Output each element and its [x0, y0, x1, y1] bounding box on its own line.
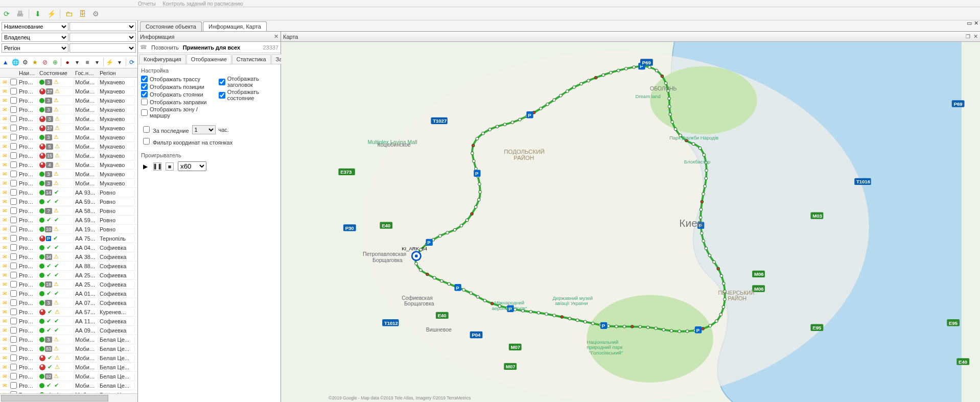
table-row[interactable]: ✉ProdM...P✔АА 75...Тернопіль — [0, 234, 137, 243]
row-checkbox[interactable] — [10, 336, 17, 343]
table-row[interactable]: ✉ProdM...3⚠Мобил...Белая Це... — [0, 335, 137, 344]
row-checkbox[interactable] — [10, 125, 17, 131]
minimize-icon[interactable]: ▭ — [967, 20, 972, 27]
name-label-combo[interactable]: Наименование — [2, 22, 68, 31]
close-icon[interactable]: ✕ — [973, 33, 978, 39]
table-row[interactable]: ✉ProdM...83⚠Мобил...Белая Це... — [0, 344, 137, 353]
table-row[interactable]: ✉ProdM...34⚠АА 38...Софиевка — [0, 252, 137, 262]
row-checkbox[interactable] — [10, 79, 17, 85]
db-icon[interactable]: 🗄 — [78, 9, 87, 18]
table-row[interactable]: ✉ProdM...✔✔Мобил...Белая Це... — [0, 381, 137, 390]
row-checkbox[interactable] — [10, 115, 17, 122]
close-icon[interactable]: ✕ — [274, 33, 278, 40]
row-checkbox[interactable] — [10, 253, 17, 260]
table-row[interactable]: ✉ProdM...3⚠Мобил...Мукачево — [0, 170, 137, 179]
table-row[interactable]: ✉ProdM...✔✔АА 59...Ровно — [0, 197, 137, 206]
tab-state[interactable]: Состояние объекта — [140, 21, 202, 31]
table-row[interactable]: ✉ProdM...37⚠Мобил...Мукачево — [0, 87, 137, 96]
row-checkbox[interactable] — [10, 152, 17, 159]
print-icon[interactable]: 🖶 — [15, 9, 25, 18]
display-option[interactable]: Отображать зону / маршру — [141, 106, 208, 119]
row-checkbox[interactable] — [10, 345, 17, 352]
table-row[interactable]: ✉ProdM...✔✔АА 88...Софиевка — [0, 262, 137, 271]
tab-config[interactable]: Конфигурация — [139, 54, 186, 64]
table-row[interactable]: ✉ProdM...✔✔АА 04...Софиевка — [0, 243, 137, 252]
table-row[interactable]: ✉ProdM...92⚠Мобил...Белая Це... — [0, 372, 137, 381]
table-row[interactable]: ✉ProdM...3⚠Мобил...Мукачево — [0, 96, 137, 105]
row-checkbox[interactable] — [10, 263, 17, 269]
phone-icon[interactable]: ☎ — [140, 44, 147, 51]
row-checkbox[interactable] — [10, 198, 17, 205]
table-row[interactable]: ✉ProdM...✔✔АА 59...Ровно — [0, 216, 137, 225]
owner-value-combo[interactable] — [69, 33, 136, 42]
menu-item[interactable]: Контроль заданий по расписанию — [163, 1, 243, 7]
refresh-icon[interactable]: ⟳ — [2, 9, 11, 18]
table-row[interactable]: ✉ProdM...15⚠Мобил...Мукачево — [0, 151, 137, 160]
col-gos[interactable]: Гос.но... — [74, 70, 98, 76]
table-row[interactable]: ✉ProdM...?⚠АА 58...Ровно — [0, 206, 137, 216]
display-option[interactable]: Отображать позиции — [141, 83, 208, 90]
menu-item[interactable]: Отчеты — [138, 1, 156, 7]
row-checkbox[interactable] — [10, 382, 17, 389]
row-checkbox[interactable] — [10, 226, 17, 232]
row-checkbox[interactable] — [10, 290, 17, 297]
stop-icon[interactable]: ■ — [166, 162, 174, 171]
row-checkbox[interactable] — [10, 97, 17, 104]
display-option[interactable]: Отображать заголовок — [219, 76, 277, 88]
table-row[interactable]: ✉ProdM...3⚠Мобил...Мукачево — [0, 133, 137, 142]
display-option[interactable]: Отображать трассу — [141, 76, 208, 82]
col-name[interactable]: Наимен... — [17, 70, 38, 76]
row-checkbox[interactable] — [10, 171, 17, 177]
table-row[interactable]: ✉ProdM...✔✔АА 01...Софиевка — [0, 289, 137, 298]
display-option[interactable]: Отображать стоянки — [141, 91, 208, 98]
apply-all-link[interactable]: Применить для всех — [183, 44, 240, 51]
tab-info-map[interactable]: Информация, Карта — [203, 21, 267, 31]
table-row[interactable]: ✉ProdM...3⚠Мобил...Мукачево — [0, 179, 137, 188]
globe-icon[interactable]: 🌐 — [11, 58, 19, 66]
row-checkbox[interactable] — [10, 217, 17, 223]
map-canvas[interactable]: PPPPPPPPP KI_ARK_04 P69T1027E373P30E40E4… — [281, 42, 980, 402]
row-checkbox[interactable] — [10, 207, 17, 214]
region-value-combo[interactable] — [69, 43, 136, 53]
row-checkbox[interactable] — [10, 244, 17, 251]
row-checkbox[interactable] — [10, 354, 17, 361]
add-icon[interactable]: ⊕ — [51, 58, 59, 66]
download-icon[interactable]: ⬇ — [33, 9, 42, 18]
display-option[interactable]: Отображать состояние — [219, 89, 277, 101]
row-checkbox[interactable] — [10, 299, 17, 306]
folder-icon[interactable]: 🗀 — [64, 9, 74, 18]
restore-icon[interactable]: ❐ — [966, 34, 970, 39]
table-row[interactable]: ✉ProdM...14✔АА 93...Ровно — [0, 188, 137, 197]
star-icon[interactable]: ★ — [31, 58, 39, 66]
filter-triangle-icon[interactable]: ▲ — [2, 58, 9, 66]
gear-icon[interactable]: ⚙ — [21, 58, 29, 66]
filter-coord-checkbox[interactable]: Фильтр координат на стоянках — [141, 136, 232, 146]
table-row[interactable]: ✉ProdM...✔⚠АА 57...Куренев... — [0, 308, 137, 317]
table-row[interactable]: ✉ProdM...3⚠Мобил...Мукачево — [0, 114, 137, 124]
table-row[interactable]: ✉ProdM...✔✔АА 09...Софиевка — [0, 326, 137, 335]
speed-select[interactable]: x60 — [178, 161, 206, 171]
flash-icon[interactable]: ⚡ — [106, 58, 113, 66]
row-checkbox[interactable] — [10, 373, 17, 380]
name-value-combo[interactable] — [69, 22, 136, 31]
row-checkbox[interactable] — [10, 318, 17, 324]
col-region[interactable]: Регіон — [98, 70, 135, 76]
record-icon[interactable]: ● — [63, 58, 71, 66]
table-row[interactable]: ✉ProdM...✔✔АА 25...Софиевка — [0, 271, 137, 280]
row-checkbox[interactable] — [10, 88, 17, 94]
table-row[interactable]: ✉ProdM...✔⚠Мобил...Белая Це... — [0, 353, 137, 363]
row-checkbox[interactable] — [10, 327, 17, 334]
flash-icon[interactable]: ⚡ — [46, 9, 56, 18]
row-checkbox[interactable] — [10, 161, 17, 168]
square-icon[interactable]: ■ — [83, 58, 91, 66]
play-icon[interactable]: ▶ — [141, 162, 149, 171]
last-value[interactable]: 1 — [192, 125, 216, 134]
table-row[interactable]: ✉ProdM...✔⚠Мобил...Белая Це... — [0, 363, 137, 372]
table-row[interactable]: ✉ProdM...37⚠Мобил...Мукачево — [0, 124, 137, 133]
table-row[interactable]: ✉ProdM...4⚠Мобил...Мукачево — [0, 160, 137, 170]
tab-stats[interactable]: Статистика — [232, 54, 271, 64]
dropdown-icon[interactable]: ▾ — [74, 58, 81, 66]
table-row[interactable]: ✉ProdM...✔✔АА 11...Софиевка — [0, 317, 137, 326]
col-state[interactable]: Состояние — [38, 70, 74, 76]
row-checkbox[interactable] — [10, 106, 17, 113]
